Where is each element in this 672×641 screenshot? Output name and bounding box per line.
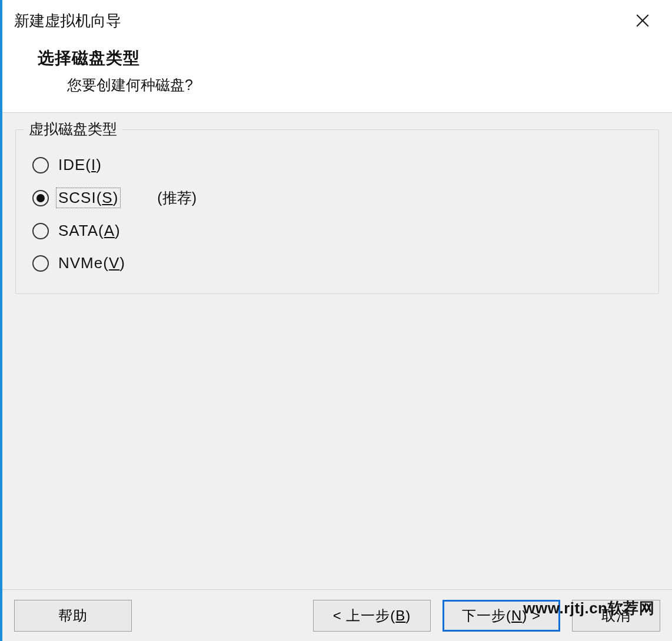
titlebar: 新建虚拟机向导 [2, 0, 672, 41]
window-title: 新建虚拟机向导 [14, 11, 121, 31]
close-icon [635, 13, 650, 28]
back-mnemonic: B [395, 607, 405, 624]
radio-icon [32, 157, 49, 173]
next-label-post: ) > [522, 607, 541, 624]
back-label-post: ) [405, 607, 411, 624]
header: 选择磁盘类型 您要创建何种磁盘? [2, 41, 672, 113]
radio-label: NVMe(V) [57, 254, 127, 272]
page-subtitle: 您要创建何种磁盘? [67, 75, 672, 95]
radio-label: SCSI(S) [57, 189, 119, 207]
footer: 帮助 < 上一步(B) 下一步(N) > 取消 [2, 589, 672, 641]
radio-label: IDE(I) [57, 156, 103, 174]
next-mnemonic: N [511, 607, 522, 624]
radio-option-1[interactable]: SCSI(S)(推荐) [32, 188, 642, 208]
close-button[interactable] [630, 8, 656, 34]
group-legend: 虚拟磁盘类型 [24, 119, 122, 139]
radio-option-2[interactable]: SATA(A) [32, 222, 642, 240]
page-title: 选择磁盘类型 [38, 47, 672, 69]
radio-option-0[interactable]: IDE(I) [32, 156, 642, 174]
disk-type-group: 虚拟磁盘类型 IDE(I)SCSI(S)(推荐)SATA(A)NVMe(V) [15, 129, 659, 294]
radio-label: SATA(A) [57, 222, 122, 240]
radio-option-3[interactable]: NVMe(V) [32, 254, 642, 272]
back-button[interactable]: < 上一步(B) [313, 600, 431, 632]
radio-suffix: (推荐) [157, 188, 197, 208]
wizard-window: 新建虚拟机向导 选择磁盘类型 您要创建何种磁盘? 虚拟磁盘类型 IDE(I)SC… [0, 0, 672, 641]
next-label-pre: 下一步( [462, 606, 511, 625]
body: 虚拟磁盘类型 IDE(I)SCSI(S)(推荐)SATA(A)NVMe(V) [2, 113, 672, 589]
cancel-button[interactable]: 取消 [572, 600, 660, 632]
help-button[interactable]: 帮助 [14, 600, 132, 632]
radio-icon [32, 190, 49, 206]
back-label-pre: < 上一步( [333, 606, 396, 625]
radio-icon [32, 255, 49, 272]
next-button[interactable]: 下一步(N) > [443, 600, 560, 632]
radio-icon [32, 223, 49, 239]
